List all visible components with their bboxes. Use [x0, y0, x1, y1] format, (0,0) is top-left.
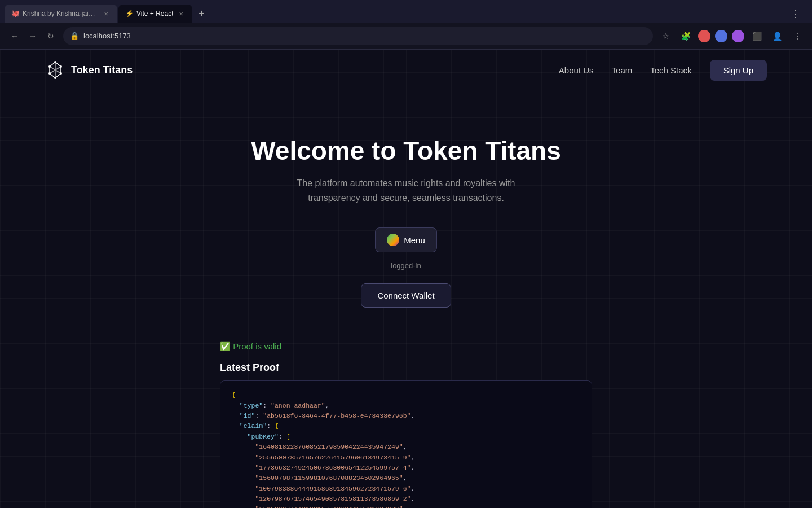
svg-point-5 [54, 77, 56, 79]
hero-subtitle: The platform automates music rights and … [271, 176, 541, 205]
hero-section: Welcome to Token Titans The platform aut… [0, 90, 812, 341]
svg-point-4 [60, 72, 62, 75]
menu-button-label: Menu [404, 235, 425, 245]
url-text: localhost:5173 [83, 32, 131, 40]
proof-title: Latest Proof [220, 362, 592, 374]
proof-section: ✅ Proof is valid Latest Proof { "type": … [209, 341, 603, 508]
nav-buttons: ← → ↻ [7, 28, 59, 44]
avatar-red[interactable] [698, 30, 710, 42]
connect-wallet-button[interactable]: Connect Wallet [361, 283, 451, 308]
github-icon: 🐙 [11, 10, 19, 17]
extension-icon[interactable]: 🧩 [678, 28, 694, 44]
tab-vite[interactable]: ⚡ Vite + React ✕ [118, 5, 192, 23]
proof-json-box[interactable]: { "type": "anon-aadhaar", "id": "ab5618f… [220, 380, 592, 508]
nav-tech-stack[interactable]: Tech Stack [650, 65, 691, 75]
extensions-icon[interactable]: ⬛ [749, 28, 765, 44]
navbar: Token Titans About Us Team Tech Stack Si… [0, 50, 812, 90]
logo-text: Token Titans [71, 64, 133, 76]
address-bar: ← → ↻ 🔒 localhost:5173 ☆ 🧩 ⬛ 👤 ⋮ [0, 23, 812, 50]
tab-label-krishna: Krishna by Krishna-jaiswal-2... [23, 10, 98, 17]
logged-in-text: logged-in [391, 261, 421, 270]
logo-icon [45, 60, 65, 80]
logo[interactable]: Token Titans [45, 60, 133, 80]
signup-button[interactable]: Sign Up [710, 60, 767, 81]
bookmark-icon[interactable]: ☆ [657, 28, 673, 44]
nav-links: About Us Team Tech Stack Sign Up [559, 60, 767, 81]
proof-valid-badge: ✅ Proof is valid [220, 341, 592, 352]
reload-button[interactable]: ↻ [43, 28, 59, 44]
tab-krishna[interactable]: 🐙 Krishna by Krishna-jaiswal-2... ✕ [5, 5, 117, 23]
nav-about-us[interactable]: About Us [559, 65, 594, 75]
vite-icon: ⚡ [125, 10, 133, 17]
tab-close-krishna[interactable]: ✕ [102, 9, 111, 18]
back-button[interactable]: ← [7, 28, 23, 44]
nav-team[interactable]: Team [612, 65, 633, 75]
forward-button[interactable]: → [25, 28, 41, 44]
menu-button[interactable]: Menu [375, 227, 437, 252]
menu-btn-icon [387, 234, 399, 246]
new-tab-button[interactable]: + [193, 6, 209, 21]
svg-point-2 [60, 65, 62, 68]
toolbar-icons: ☆ 🧩 ⬛ 👤 ⋮ [657, 28, 805, 44]
profile-icon[interactable]: 👤 [769, 28, 785, 44]
avatar-purple[interactable] [732, 30, 744, 42]
page-wrapper: Token Titans About Us Team Tech Stack Si… [0, 50, 812, 508]
svg-point-0 [54, 61, 56, 63]
minimize-icon[interactable]: ⋮ [787, 6, 803, 21]
avatar-blue[interactable] [715, 30, 727, 42]
tab-label-vite: Vite + React [136, 10, 173, 17]
url-bar[interactable]: 🔒 localhost:5173 [63, 27, 653, 45]
menu-dots-icon[interactable]: ⋮ [789, 28, 805, 44]
tab-bar: 🐙 Krishna by Krishna-jaiswal-2... ✕ ⚡ Vi… [0, 0, 812, 23]
svg-point-1 [48, 65, 51, 68]
tab-close-vite[interactable]: ✕ [176, 9, 186, 18]
svg-point-3 [48, 72, 51, 75]
hero-title: Welcome to Token Titans [11, 135, 801, 166]
lock-icon: 🔒 [70, 32, 79, 40]
